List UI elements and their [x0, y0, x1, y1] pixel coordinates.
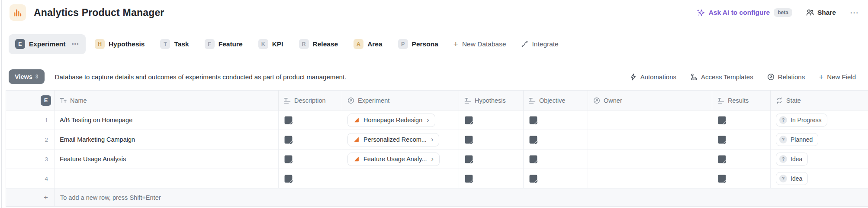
state-pill[interactable]: ? Idea — [776, 153, 808, 166]
state-pill[interactable]: ? In Progress — [776, 114, 827, 127]
row-number[interactable]: 1 — [6, 110, 55, 130]
document-icon[interactable] — [464, 135, 473, 144]
chevron-right-icon: › — [431, 136, 433, 143]
relations-button[interactable]: Relations — [767, 73, 805, 81]
row-number[interactable]: 2 — [6, 130, 55, 149]
document-icon[interactable] — [529, 135, 538, 144]
new-database-label: New Database — [462, 40, 506, 48]
tab-area[interactable]: A Area — [347, 34, 389, 54]
integrate-label: Integrate — [532, 40, 559, 48]
cell-name[interactable] — [55, 169, 279, 188]
cell-experiment[interactable]: Personalized Recom... › — [342, 130, 459, 149]
cell-state[interactable]: ? Idea — [771, 169, 868, 188]
document-icon[interactable] — [529, 155, 538, 164]
new-field-button[interactable]: + New Field — [819, 73, 856, 81]
cell-owner[interactable] — [588, 110, 712, 130]
row-number[interactable]: 3 — [6, 150, 55, 169]
tab-experiment[interactable]: E Experiment ⋯ — [9, 34, 86, 54]
cell-hypothesis[interactable] — [459, 130, 524, 149]
cell-experiment[interactable]: Homepage Redesign › — [342, 110, 459, 130]
experiment-relation-pill[interactable]: Homepage Redesign › — [347, 114, 435, 127]
views-button[interactable]: Views 3 — [9, 69, 45, 84]
cell-objective[interactable] — [524, 110, 588, 130]
state-pill[interactable]: ? Idea — [776, 172, 808, 185]
share-label: Share — [817, 9, 836, 16]
column-header-description[interactable]: Description — [279, 91, 342, 110]
cell-description[interactable] — [279, 130, 342, 149]
document-icon[interactable] — [464, 116, 473, 125]
document-icon[interactable] — [717, 116, 727, 125]
tab-feature[interactable]: F Feature — [198, 34, 249, 54]
tab-experiment-label: Experiment — [29, 40, 65, 48]
cell-state[interactable]: ? Planned — [771, 130, 868, 149]
cell-hypothesis[interactable] — [459, 150, 524, 169]
access-templates-button[interactable]: Access Templates — [690, 73, 753, 81]
document-icon[interactable] — [464, 174, 473, 183]
column-header-name[interactable]: Name — [55, 91, 279, 110]
cell-name[interactable]: Feature Usage Analysis — [55, 150, 279, 169]
cell-state[interactable]: ? Idea — [771, 150, 868, 169]
tab-release[interactable]: R Release — [293, 34, 345, 54]
tab-hypothesis[interactable]: H Hypothesis — [88, 34, 151, 54]
cell-hypothesis[interactable] — [459, 110, 524, 130]
cell-objective[interactable] — [524, 150, 588, 169]
cell-state[interactable]: ? In Progress — [771, 110, 868, 130]
cell-results[interactable] — [712, 110, 771, 130]
cell-experiment[interactable] — [342, 169, 459, 188]
cell-results[interactable] — [712, 130, 771, 149]
cell-description[interactable] — [279, 169, 342, 188]
state-pill[interactable]: ? Planned — [776, 133, 818, 146]
document-icon[interactable] — [717, 135, 727, 144]
row-number[interactable]: 4 — [6, 169, 55, 188]
cell-name[interactable]: Email Marketing Campaign — [55, 130, 279, 149]
cell-owner[interactable] — [588, 130, 712, 149]
tab-persona-badge: P — [398, 39, 408, 49]
column-header-results[interactable]: Results — [712, 91, 771, 110]
document-icon[interactable] — [529, 174, 538, 183]
column-header-owner[interactable]: Owner — [588, 91, 712, 110]
column-header-state[interactable]: State — [771, 91, 868, 110]
add-row-plus-icon[interactable]: + — [6, 188, 55, 206]
cell-owner[interactable] — [588, 169, 712, 188]
cell-owner[interactable] — [588, 150, 712, 169]
cell-hypothesis[interactable] — [459, 169, 524, 188]
templates-hierarchy-icon — [690, 73, 698, 81]
document-icon[interactable] — [284, 135, 293, 144]
column-header-hypothesis[interactable]: Hypothesis — [459, 91, 524, 110]
column-header-objective[interactable]: Objective — [524, 91, 588, 110]
column-header-experiment[interactable]: Experiment — [342, 91, 459, 110]
cell-objective[interactable] — [524, 169, 588, 188]
cell-name[interactable]: A/B Testing on Homepage — [55, 110, 279, 130]
document-icon[interactable] — [717, 174, 727, 183]
cell-description[interactable] — [279, 150, 342, 169]
lightning-icon — [630, 73, 637, 81]
cell-results[interactable] — [712, 150, 771, 169]
experiment-relation-pill[interactable]: Personalized Recom... › — [347, 133, 439, 146]
add-row-hint[interactable]: To add a new row, press Shift+Enter — [55, 188, 868, 206]
tab-task-label: Task — [174, 40, 189, 48]
tab-kpi[interactable]: K KPI — [252, 34, 290, 54]
tab-kpi-badge: K — [258, 39, 268, 49]
share-button[interactable]: Share — [806, 9, 836, 16]
cell-experiment[interactable]: Feature Usage Analy... › — [342, 150, 459, 169]
document-icon[interactable] — [284, 116, 293, 125]
add-row-bar[interactable]: + To add a new row, press Shift+Enter — [6, 188, 868, 207]
document-icon[interactable] — [717, 155, 727, 164]
experiment-relation-pill[interactable]: Feature Usage Analy... › — [347, 153, 440, 166]
cell-results[interactable] — [712, 169, 771, 188]
cell-objective[interactable] — [524, 130, 588, 149]
ask-ai-button[interactable]: Ask AI to configure beta — [697, 8, 792, 17]
document-icon[interactable] — [284, 174, 293, 183]
tab-persona[interactable]: P Persona — [392, 34, 445, 54]
document-icon[interactable] — [284, 155, 293, 164]
cell-description[interactable] — [279, 110, 342, 130]
tab-more-icon[interactable]: ⋯ — [71, 40, 79, 48]
database-letter-badge: E — [41, 95, 51, 106]
new-database-button[interactable]: + New Database — [447, 40, 512, 48]
document-icon[interactable] — [529, 116, 538, 125]
automations-button[interactable]: Automations — [630, 73, 676, 81]
more-menu-button[interactable]: ⋯ — [850, 8, 859, 17]
tab-task[interactable]: T Task — [154, 34, 195, 54]
document-icon[interactable] — [464, 155, 473, 164]
integrate-button[interactable]: Integrate — [515, 40, 565, 48]
